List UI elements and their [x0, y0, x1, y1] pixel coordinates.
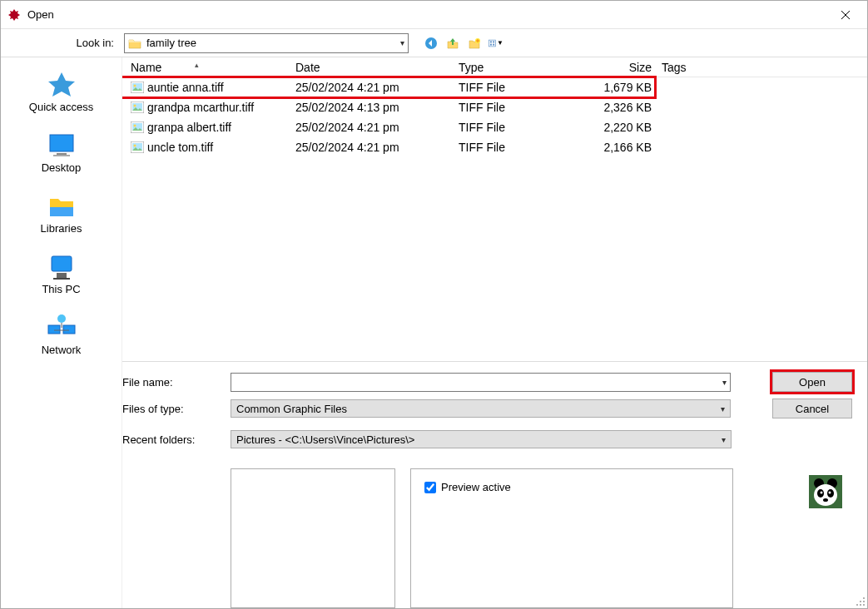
file-row[interactable]: auntie anna.tiff 25/02/2024 4:21 pm TIFF… — [126, 77, 867, 97]
preview-image-box — [231, 468, 395, 608]
svg-point-20 — [134, 85, 136, 87]
column-header-size[interactable]: Size — [577, 61, 657, 74]
lookin-combobox[interactable]: family tree ▾ — [124, 33, 409, 53]
file-date: 25/02/2024 4:13 pm — [290, 101, 454, 114]
column-header-date[interactable]: Date — [290, 61, 454, 74]
sidebar-item-label: Network — [42, 344, 82, 356]
svg-point-39 — [863, 597, 865, 599]
svg-rect-7 — [50, 135, 73, 151]
up-one-level-icon[interactable] — [445, 36, 460, 51]
chevron-down-icon: ▾ — [722, 378, 727, 387]
filename-label: File name: — [122, 376, 231, 389]
sidebar-item-quickaccess[interactable]: Quick access — [1, 66, 122, 118]
file-name: auntie anna.tiff — [147, 81, 224, 94]
preview-active-checkbox[interactable]: Preview active — [424, 481, 719, 493]
svg-rect-12 — [52, 256, 72, 271]
image-file-icon — [131, 141, 144, 153]
file-name: uncle tom.tiff — [147, 141, 213, 154]
libraries-icon — [45, 192, 78, 220]
recent-label: Recent folders: — [122, 433, 231, 446]
filetype-combobox[interactable]: Common Graphic Files ▾ — [231, 399, 731, 418]
svg-point-44 — [863, 604, 865, 606]
lookin-label: Look in: — [74, 37, 114, 49]
svg-rect-9 — [53, 155, 70, 156]
svg-point-37 — [829, 492, 831, 494]
bottom-form: File name: ▾ Open Files of type: Common … — [122, 362, 867, 608]
lookin-value: family tree — [146, 37, 400, 49]
svg-point-17 — [57, 314, 66, 323]
svg-rect-3 — [490, 41, 492, 42]
sidebar-item-thispc[interactable]: This PC — [1, 248, 122, 300]
file-list: Name▴ Date Type Size Tags auntie anna.ti… — [122, 57, 867, 362]
file-date: 25/02/2024 4:21 pm — [290, 141, 454, 154]
sidebar-item-libraries[interactable]: Libraries — [1, 187, 122, 240]
file-size: 2,220 KB — [577, 121, 657, 134]
preview-active-label: Preview active — [441, 481, 511, 493]
toolbar: Look in: family tree ▾ ▼ — [1, 29, 867, 57]
svg-rect-16 — [63, 325, 75, 334]
sort-indicator-icon: ▴ — [195, 61, 199, 69]
desktop-icon — [45, 131, 78, 160]
resize-grip-icon[interactable] — [854, 595, 866, 607]
places-sidebar: Quick access Desktop Libraries This PC — [1, 57, 122, 608]
app-icon — [7, 8, 21, 22]
svg-rect-4 — [493, 41, 494, 42]
sidebar-item-desktop[interactable]: Desktop — [1, 126, 122, 179]
file-rows: auntie anna.tiff 25/02/2024 4:21 pm TIFF… — [126, 77, 867, 157]
filetype-label: Files of type: — [122, 403, 231, 415]
preview-active-input[interactable] — [424, 482, 436, 493]
svg-point-43 — [860, 604, 861, 606]
image-file-icon — [131, 102, 144, 113]
filename-input[interactable]: ▾ — [231, 373, 731, 392]
file-type: TIFF File — [454, 101, 577, 114]
sidebar-item-label: This PC — [42, 283, 80, 295]
sidebar-item-label: Libraries — [41, 222, 82, 235]
sidebar-item-network[interactable]: Network — [1, 309, 122, 361]
file-type: TIFF File — [454, 121, 577, 134]
file-name: grandpa mcarthur.tiff — [147, 101, 254, 114]
svg-rect-14 — [53, 278, 70, 280]
toolbar-icons: ▼ — [424, 36, 503, 51]
file-date: 25/02/2024 4:21 pm — [290, 81, 454, 94]
svg-rect-13 — [57, 273, 67, 278]
file-row[interactable]: granpa albert.tiff 25/02/2024 4:21 pm TI… — [126, 117, 867, 137]
svg-point-40 — [860, 601, 861, 602]
svg-point-36 — [821, 492, 823, 494]
file-row[interactable]: uncle tom.tiff 25/02/2024 4:21 pm TIFF F… — [126, 137, 867, 157]
file-row[interactable]: grandpa mcarthur.tiff 25/02/2024 4:13 pm… — [126, 97, 867, 117]
svg-rect-6 — [493, 43, 494, 45]
image-file-icon — [131, 121, 144, 133]
back-icon[interactable] — [424, 36, 439, 51]
chevron-down-icon: ▾ — [722, 435, 726, 444]
file-date: 25/02/2024 4:21 pm — [290, 121, 454, 134]
svg-rect-11 — [50, 204, 73, 207]
titlebar: Open — [1, 1, 867, 29]
svg-rect-2 — [489, 40, 496, 47]
svg-point-38 — [823, 498, 828, 502]
file-size: 1,679 KB — [577, 81, 657, 94]
open-dialog: Open Look in: family tree ▾ ▼ — [0, 0, 868, 609]
svg-point-29 — [134, 145, 136, 147]
cancel-button[interactable]: Cancel — [772, 399, 852, 418]
new-folder-icon[interactable] — [467, 36, 482, 51]
column-header-name[interactable]: Name▴ — [126, 61, 290, 74]
column-header-tags[interactable]: Tags — [657, 61, 867, 74]
svg-point-23 — [134, 105, 136, 107]
close-button[interactable] — [831, 2, 861, 27]
svg-rect-5 — [490, 43, 492, 45]
view-menu-icon[interactable]: ▼ — [489, 36, 503, 51]
recent-value: Pictures - <C:\Users\Vince\Pictures\> — [236, 433, 414, 446]
column-header-type[interactable]: Type — [454, 61, 577, 74]
svg-rect-8 — [57, 153, 67, 155]
file-name: granpa albert.tiff — [147, 121, 231, 134]
preview-area: Preview active — [122, 468, 852, 608]
svg-rect-15 — [48, 325, 60, 334]
svg-point-26 — [134, 125, 136, 127]
file-size: 2,326 KB — [577, 101, 657, 114]
sidebar-item-label: Quick access — [29, 101, 93, 113]
recent-folders-combobox[interactable]: Pictures - <C:\Users\Vince\Pictures\> ▾ — [231, 430, 732, 448]
file-type: TIFF File — [454, 141, 577, 154]
open-button[interactable]: Open — [772, 372, 852, 392]
svg-point-33 — [814, 484, 837, 506]
dialog-body: Quick access Desktop Libraries This PC — [1, 57, 867, 608]
